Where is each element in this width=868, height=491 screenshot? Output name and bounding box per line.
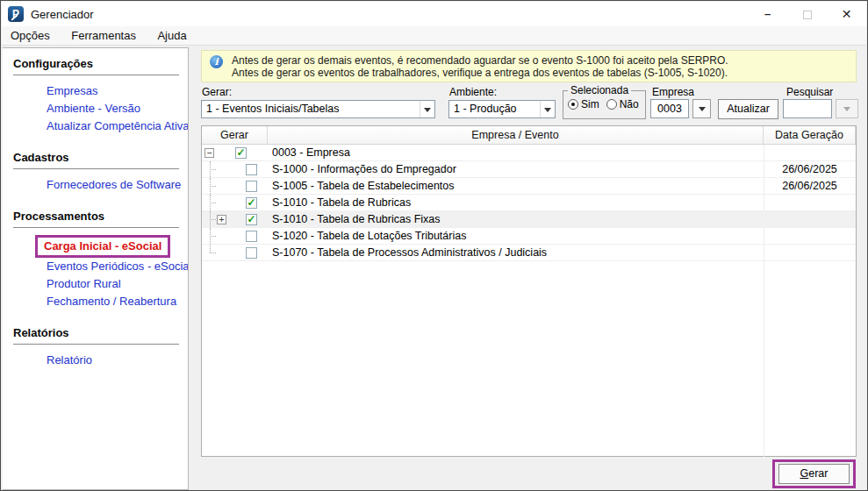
checkbox-checked[interactable]: ✓ <box>235 147 247 159</box>
maximize-button[interactable] <box>787 2 827 26</box>
gerar-combo-label: Gerar: <box>202 86 232 98</box>
column-header-empresa-evento[interactable]: Empresa / Evento <box>268 126 764 144</box>
sidebar-item-empresas[interactable]: Empresas <box>47 82 188 100</box>
radio-nao-label: Não <box>620 98 639 110</box>
selecionada-groupbox: Selecionada Sim Não <box>563 90 646 119</box>
sidebar-item-relat-rio[interactable]: Relatório <box>47 352 188 369</box>
row-date: 26/06/2025 <box>764 178 856 195</box>
menu-ferramentas[interactable]: Ferramentas <box>62 26 145 46</box>
checkbox-unchecked[interactable] <box>246 247 257 259</box>
table-row[interactable]: ✓S-1010 - Tabela de Rubricas <box>202 195 856 211</box>
app-window: P Gerenciador – ✕ Opções Ferramentas Aju… <box>0 0 868 491</box>
checkbox-unchecked[interactable] <box>246 231 257 242</box>
table-row[interactable]: S-1020 - Tabela de Lotações Tributárias <box>202 228 856 245</box>
empresa-label: Empresa <box>652 86 694 98</box>
row-label: S-1005 - Tabela de Estabelecimentos <box>272 178 455 195</box>
row-label: S-1010 - Tabela de Rubricas Fixas <box>272 211 441 228</box>
expand-icon[interactable]: + <box>217 215 226 224</box>
tree-line <box>210 253 216 253</box>
sidebar: ConfiguraçõesEmpresasAmbiente - VersãoAt… <box>3 47 189 490</box>
pesquisar-label: Pesquisar <box>786 86 833 98</box>
close-button[interactable]: ✕ <box>827 2 866 26</box>
sidebar-item-produtor-rural[interactable]: Produtor Rural <box>47 275 188 293</box>
row-date: 26/06/2025 <box>764 161 856 178</box>
grid-body: −✓0003 - EmpresaS-1000 - Informações do … <box>202 145 856 261</box>
title-bar: P Gerenciador – ✕ <box>2 2 866 26</box>
sidebar-item-atualizar-compet-ncia-ativa[interactable]: Atualizar Competência Ativa <box>47 117 188 135</box>
checkbox-checked[interactable]: ✓ <box>246 214 257 225</box>
atualizar-button[interactable]: Atualizar <box>718 99 778 119</box>
checkbox-unchecked[interactable] <box>246 164 257 175</box>
checkbox-checked[interactable]: ✓ <box>246 197 257 209</box>
column-header-gerar[interactable]: Gerar <box>202 126 268 144</box>
menu-bar: Opções Ferramentas Ajuda <box>2 26 866 46</box>
row-label: S-1070 - Tabela de Processos Administrat… <box>272 245 547 261</box>
tree-line <box>210 236 216 237</box>
radio-sim-icon[interactable] <box>568 99 578 110</box>
sidebar-heading-processamentos: Processamentos <box>13 210 177 224</box>
gerar-button[interactable]: Gerar <box>778 464 850 484</box>
sidebar-heading-relat-rios: Relatórios <box>13 326 177 340</box>
sidebar-item-ambiente-vers-o[interactable]: Ambiente - Versão <box>47 100 188 117</box>
divider <box>13 344 179 345</box>
sidebar-item-fechamento-reabertura[interactable]: Fechamento / Reabertura <box>47 293 188 310</box>
menu-opcoes[interactable]: Opções <box>2 26 59 46</box>
table-row[interactable]: S-1005 - Tabela de Estabelecimentos26/06… <box>202 178 856 195</box>
ambiente-combobox[interactable]: 1 - Produção <box>448 100 556 118</box>
notice-line-2: Antes de gerar os eventos de trabalhador… <box>232 67 728 79</box>
table-row[interactable]: +✓S-1010 - Tabela de Rubricas Fixas <box>202 211 856 228</box>
annotation-highlight-box: Carga Inicial - eSocial <box>35 235 170 258</box>
chevron-down-icon[interactable] <box>540 101 555 117</box>
info-icon: i <box>210 55 223 68</box>
minimize-button[interactable]: – <box>748 2 787 26</box>
notice-text: Antes de gerar os demais eventos, é reco… <box>232 54 728 79</box>
notice-line-1: Antes de gerar os demais eventos, é reco… <box>232 54 728 67</box>
table-row[interactable]: −✓0003 - Empresa <box>202 145 856 161</box>
empresa-field[interactable]: 0003 <box>650 99 689 118</box>
ambiente-combobox-value: 1 - Produção <box>454 101 517 117</box>
menu-ajuda[interactable]: Ajuda <box>148 26 195 46</box>
row-label: 0003 - Empresa <box>272 145 350 161</box>
app-logo-icon: P <box>8 6 24 22</box>
checkbox-unchecked[interactable] <box>246 181 257 192</box>
gerar-combobox[interactable]: 1 - Eventos Iniciais/Tabelas <box>201 100 435 118</box>
radio-sim[interactable]: Sim <box>568 98 599 110</box>
chevron-down-icon[interactable] <box>420 101 434 117</box>
pesquisar-input[interactable] <box>783 99 832 118</box>
tree-line <box>210 203 216 203</box>
grid-header: Gerar Empresa / Evento Data Geração <box>202 126 856 145</box>
table-row[interactable]: S-1070 - Tabela de Processos Administrat… <box>202 245 856 261</box>
notice-banner: i Antes de gerar os demais eventos, é re… <box>201 50 857 82</box>
ambiente-combo-label: Ambiente: <box>449 86 497 98</box>
events-grid: Gerar Empresa / Evento Data Geração −✓00… <box>201 125 857 457</box>
check-icon: ✓ <box>236 147 246 159</box>
table-row[interactable]: S-1000 - Informações do Empregador26/06/… <box>202 161 856 178</box>
collapse-icon[interactable]: − <box>204 148 214 158</box>
row-label: S-1010 - Tabela de Rubricas <box>272 195 411 211</box>
sidebar-heading-cadastros: Cadastros <box>13 151 177 165</box>
row-label: S-1000 - Informações do Empregador <box>272 161 456 178</box>
divider <box>13 75 179 75</box>
selecionada-label: Selecionada <box>568 84 631 96</box>
sidebar-heading-configura-es: Configurações <box>13 57 177 71</box>
tree-line <box>210 169 216 170</box>
check-icon: ✓ <box>247 214 256 225</box>
gerar-combobox-value: 1 - Eventos Iniciais/Tabelas <box>206 101 339 117</box>
sidebar-item-eventos-peri-dicos-esocial[interactable]: Eventos Periódicos - eSocial <box>47 258 188 275</box>
tree-line <box>210 219 216 220</box>
divider <box>13 168 179 169</box>
pesquisar-dropdown-button[interactable] <box>836 99 858 118</box>
sidebar-item-carga-inicial-esocial[interactable]: Carga Inicial - eSocial <box>44 238 161 254</box>
sidebar-item-fornecedores-de-software[interactable]: Fornecedores de Software <box>47 176 188 194</box>
column-header-data-geracao[interactable]: Data Geração <box>764 126 856 144</box>
radio-nao-icon[interactable] <box>606 99 617 110</box>
window-title: Gerenciador <box>31 8 94 21</box>
row-label: S-1020 - Tabela de Lotações Tributárias <box>272 228 466 245</box>
check-icon: ✓ <box>247 197 256 209</box>
empresa-dropdown-button[interactable] <box>692 99 711 118</box>
radio-nao[interactable]: Não <box>606 98 639 110</box>
maximize-icon <box>803 11 812 19</box>
tree-line <box>210 245 211 253</box>
tree-line <box>210 186 216 187</box>
radio-sim-label: Sim <box>581 98 599 110</box>
